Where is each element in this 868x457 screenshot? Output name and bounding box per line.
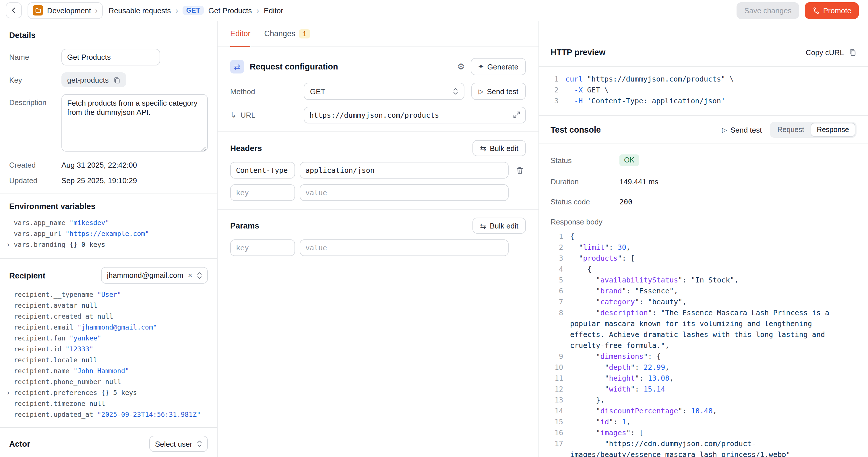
chevron-right-icon[interactable]: › [6, 388, 10, 398]
headers-bulk-edit-button[interactable]: ⇆ Bulk edit [472, 140, 526, 156]
status-code-label: Status code [551, 197, 619, 206]
request-configuration-section: ⇄ Request configuration ⚙ ✦ Generate Met… [218, 47, 538, 131]
variable-row: recipient.localenull [9, 355, 208, 366]
toggle-request[interactable]: Request [771, 123, 810, 136]
variable-row: recipient.email"jhammond@gmail.com" [9, 322, 208, 333]
variable-key: vars.app_url [14, 230, 61, 238]
param-key-input[interactable] [230, 239, 295, 256]
tab-changes-label: Changes [265, 29, 296, 38]
back-button[interactable] [6, 2, 22, 19]
variable-row: recipient.name"John Hammond" [9, 366, 208, 377]
recipient-properties-list: recipient.__typename"User"recipient.avat… [9, 290, 208, 420]
name-input[interactable] [61, 49, 160, 65]
headers-section: Headers ⇆ Bulk edit [218, 132, 538, 209]
breadcrumb-page: Editor [264, 6, 283, 14]
variable-row[interactable]: ›recipient.preferences{} 5 keys [9, 388, 208, 398]
code-line: 1curl "https://dummyjson.com/products" \ [546, 73, 858, 84]
resize-handle-icon[interactable] [201, 146, 206, 152]
toggle-response[interactable]: Response [810, 123, 856, 136]
play-icon: ▷ [478, 88, 484, 95]
gear-icon[interactable]: ⚙ [457, 61, 465, 72]
variable-key: recipient.__typename [14, 291, 93, 299]
send-test-button[interactable]: ▷ Send test [471, 83, 526, 100]
select-chevrons-icon [197, 271, 202, 279]
send-test-button[interactable]: ▷ Send test [722, 125, 762, 134]
variable-value: null [105, 378, 121, 386]
divider [0, 427, 217, 428]
description-textarea[interactable]: Fetch products from a specific category … [61, 94, 208, 152]
generate-button[interactable]: ✦ Generate [470, 58, 526, 75]
variable-row: recipient.updated_at"2025-09-23T14:56:31… [9, 409, 208, 420]
line-number: 1 [546, 73, 559, 84]
updated-value: Sep 25 2025, 19:10:29 [61, 176, 137, 185]
chevron-right-icon: › [257, 6, 259, 15]
name-label: Name [9, 53, 61, 61]
url-label: URL [241, 111, 255, 119]
variable-row[interactable]: ›vars.branding{} 0 keys [9, 239, 208, 250]
chevron-right-icon: › [95, 6, 98, 15]
params-bulk-edit-button[interactable]: ⇆ Bulk edit [472, 218, 526, 234]
divider [0, 193, 217, 193]
breadcrumb-reusable-requests[interactable]: Reusable requests [109, 6, 171, 14]
method-select[interactable]: GET [304, 83, 464, 100]
created-value: Aug 31 2025, 22:42:00 [61, 161, 137, 170]
url-input[interactable] [304, 107, 526, 123]
response-body-code: 1{2 "limit": 30,3 "products": [4 {5 "ava… [551, 231, 857, 457]
header-key-input[interactable] [230, 184, 295, 201]
project-switcher[interactable]: Development › [28, 2, 103, 19]
variable-value: null [82, 301, 97, 309]
copy-curl-button[interactable]: Copy cURL [806, 48, 857, 57]
line-number: 3 [546, 95, 559, 106]
http-preview-title: HTTP preview [551, 48, 606, 57]
description-field-row: Description Fetch products from a specif… [9, 94, 208, 154]
line-number: 10 [551, 362, 563, 373]
variable-key: vars.app_name [14, 219, 65, 227]
actor-select[interactable]: Select user [149, 436, 208, 452]
header-value-input[interactable] [300, 162, 508, 179]
chevron-right-icon[interactable]: › [6, 239, 10, 250]
code-line: 6 "brand": "Essence", [551, 285, 846, 296]
actor-title: Actor [9, 439, 30, 448]
sparkle-icon: ✦ [478, 63, 484, 71]
promote-button[interactable]: Promote [805, 2, 859, 19]
variable-key: recipient.preferences [14, 389, 97, 397]
param-value-input[interactable] [300, 239, 508, 256]
tab-editor[interactable]: Editor [230, 21, 251, 47]
code-line: 13 }, [551, 394, 846, 405]
test-console-header: Test console ▷ Send test Request Respons… [539, 116, 868, 144]
swap-arrows-icon: ⇄ [230, 60, 244, 73]
line-number: 7 [551, 296, 563, 307]
duration-label: Duration [551, 177, 619, 186]
variable-key: recipient.fan [14, 334, 65, 342]
method-label: Method [230, 87, 304, 96]
tab-changes[interactable]: Changes 1 [265, 21, 310, 47]
variable-row: recipient.created_atnull [9, 311, 208, 322]
variable-key: recipient.timezone [14, 400, 85, 407]
copy-icon[interactable] [113, 76, 121, 84]
environment-variables-title: Environment variables [9, 202, 208, 211]
description-label: Description [9, 94, 61, 107]
code-line: 16 "images": [ [551, 427, 846, 438]
header-key-input[interactable] [230, 162, 295, 179]
headers-title: Headers [230, 144, 262, 153]
status-code-value: 200 [619, 197, 632, 206]
expand-icon[interactable] [513, 111, 521, 119]
variable-value: "https://example.com" [65, 230, 149, 238]
environment-variables-list: vars.app_name"mikesdev"vars.app_url"http… [9, 218, 208, 250]
details-sidebar: Details Name Key get-products Descriptio… [0, 21, 218, 457]
request-response-toggle: Request Response [770, 122, 857, 138]
clear-icon[interactable]: × [188, 271, 192, 280]
header-row [230, 162, 526, 179]
folder-icon [33, 5, 43, 16]
save-changes-button[interactable]: Save changes [737, 2, 799, 19]
recipient-select[interactable]: jhammond@gmail.com × [101, 267, 208, 284]
header-value-input[interactable] [300, 184, 508, 201]
code-line: 3 -H 'Content-Type: application/json' [546, 95, 858, 106]
code-line: 1{ [551, 231, 846, 242]
response-body-row: Response body [551, 218, 857, 226]
variable-row: recipient.__typename"User" [9, 290, 208, 300]
delete-header-button[interactable] [513, 166, 526, 174]
breadcrumb-request-name[interactable]: Get Products [208, 6, 252, 14]
code-line: 15 "id": 1, [551, 416, 846, 427]
project-name: Development [47, 6, 91, 14]
